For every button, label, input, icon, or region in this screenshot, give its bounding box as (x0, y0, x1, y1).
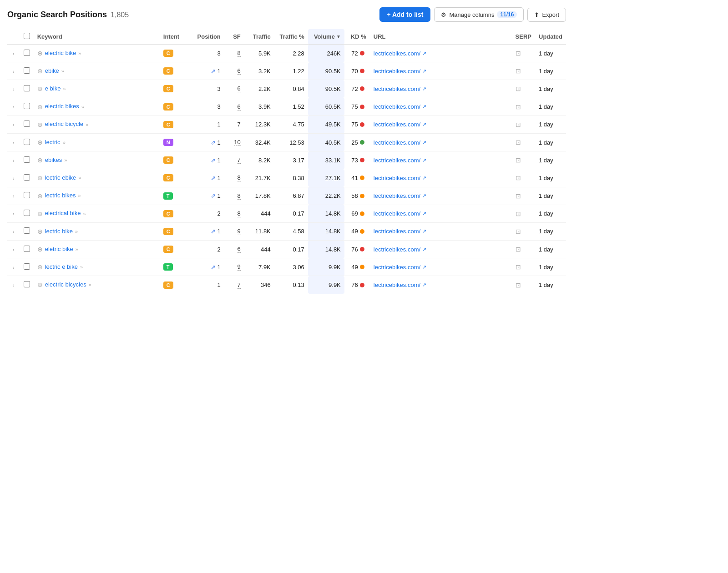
checkbox-cell[interactable] (20, 116, 34, 133)
keyword-cell[interactable]: ⊕ eletric bike » (34, 241, 160, 258)
keyword-cell[interactable]: ⊕ electric bicycle » (34, 116, 160, 133)
serp-cell[interactable]: ⊡ (512, 45, 535, 62)
external-link-icon[interactable]: ↗ (422, 50, 426, 56)
expand-icon[interactable]: › (11, 264, 16, 271)
expand-cell[interactable]: › (7, 258, 20, 276)
expand-icon[interactable]: › (11, 50, 16, 57)
add-keyword-icon[interactable]: ⊕ (37, 67, 43, 75)
url-cell[interactable]: lectricebikes.com/ ↗ (370, 276, 512, 294)
expand-icon[interactable]: › (11, 228, 16, 235)
external-link-icon[interactable]: ↗ (422, 193, 426, 199)
checkbox-cell[interactable] (20, 98, 34, 116)
serp-cell[interactable]: ⊡ (512, 133, 535, 151)
keyword-cell[interactable]: ⊕ e bike » (34, 80, 160, 98)
add-keyword-icon[interactable]: ⊕ (37, 210, 43, 218)
row-checkbox[interactable] (24, 174, 30, 181)
url-cell[interactable]: lectricebikes.com/ ↗ (370, 45, 512, 62)
keyword-col-header[interactable]: Keyword (34, 29, 160, 45)
serp-icon[interactable]: ⊡ (516, 103, 521, 111)
url-cell[interactable]: lectricebikes.com/ ↗ (370, 222, 512, 240)
add-keyword-icon[interactable]: ⊕ (37, 156, 43, 164)
keyword-cell[interactable]: ⊕ lectric bikes » (34, 187, 160, 205)
url-cell[interactable]: lectricebikes.com/ ↗ (370, 133, 512, 151)
row-checkbox[interactable] (24, 263, 30, 270)
external-link-icon[interactable]: ↗ (422, 211, 426, 216)
external-link-icon[interactable]: ↗ (422, 157, 426, 163)
serp-cell[interactable]: ⊡ (512, 222, 535, 240)
keyword-cell[interactable]: ⊕ electric bike » (34, 45, 160, 62)
url-cell[interactable]: lectricebikes.com/ ↗ (370, 151, 512, 169)
row-checkbox[interactable] (24, 85, 30, 91)
serp-icon[interactable]: ⊡ (516, 192, 521, 200)
checkbox-cell[interactable] (20, 258, 34, 276)
expand-cell[interactable]: › (7, 187, 20, 205)
serp-icon[interactable]: ⊡ (516, 156, 521, 164)
intent-col-header[interactable]: Intent (160, 29, 192, 45)
serp-cell[interactable]: ⊡ (512, 205, 535, 222)
url-cell[interactable]: lectricebikes.com/ ↗ (370, 258, 512, 276)
volume-col-header[interactable]: Volume ▼ (308, 29, 344, 45)
serp-cell[interactable]: ⊡ (512, 276, 535, 294)
expand-icon[interactable]: › (11, 210, 16, 217)
position-col-header[interactable]: Position (192, 29, 224, 45)
serp-icon[interactable]: ⊡ (516, 121, 521, 128)
url-cell[interactable]: lectricebikes.com/ ↗ (370, 80, 512, 98)
expand-icon[interactable]: › (11, 85, 16, 93)
expand-cell[interactable]: › (7, 222, 20, 240)
expand-cell[interactable]: › (7, 62, 20, 80)
kd-col-header[interactable]: KD % (344, 29, 370, 45)
keyword-cell[interactable]: ⊕ ebike » (34, 62, 160, 80)
add-to-list-button[interactable]: + Add to list (379, 7, 430, 22)
expand-cell[interactable]: › (7, 205, 20, 222)
expand-cell[interactable]: › (7, 276, 20, 294)
expand-icon[interactable]: › (11, 175, 16, 182)
expand-icon[interactable]: › (11, 68, 16, 75)
add-keyword-icon[interactable]: ⊕ (37, 121, 43, 129)
serp-cell[interactable]: ⊡ (512, 62, 535, 80)
url-cell[interactable]: lectricebikes.com/ ↗ (370, 241, 512, 258)
serp-icon[interactable]: ⊡ (516, 67, 521, 75)
url-cell[interactable]: lectricebikes.com/ ↗ (370, 205, 512, 222)
keyword-cell[interactable]: ⊕ lectric e bike » (34, 258, 160, 276)
row-checkbox[interactable] (24, 210, 30, 216)
url-link[interactable]: lectricebikes.com/ (374, 139, 420, 146)
traffic-pct-col-header[interactable]: Traffic % (274, 29, 308, 45)
url-link[interactable]: lectricebikes.com/ (374, 228, 420, 235)
row-checkbox[interactable] (24, 103, 30, 109)
url-link[interactable]: lectricebikes.com/ (374, 264, 420, 271)
add-keyword-icon[interactable]: ⊕ (37, 281, 43, 289)
expand-icon[interactable]: › (11, 157, 16, 164)
url-link[interactable]: lectricebikes.com/ (374, 103, 420, 110)
serp-cell[interactable]: ⊡ (512, 116, 535, 133)
row-checkbox[interactable] (24, 227, 30, 234)
checkbox-cell[interactable] (20, 80, 34, 98)
serp-cell[interactable]: ⊡ (512, 258, 535, 276)
expand-cell[interactable]: › (7, 133, 20, 151)
checkbox-cell[interactable] (20, 62, 34, 80)
expand-icon[interactable]: › (11, 121, 16, 128)
url-link[interactable]: lectricebikes.com/ (374, 192, 420, 199)
url-link[interactable]: lectricebikes.com/ (374, 85, 420, 92)
row-checkbox[interactable] (24, 156, 30, 163)
url-cell[interactable]: lectricebikes.com/ ↗ (370, 116, 512, 133)
row-checkbox[interactable] (24, 67, 30, 74)
add-keyword-icon[interactable]: ⊕ (37, 174, 43, 182)
serp-cell[interactable]: ⊡ (512, 80, 535, 98)
external-link-icon[interactable]: ↗ (422, 140, 426, 146)
serp-icon[interactable]: ⊡ (516, 139, 521, 146)
serp-cell[interactable]: ⊡ (512, 169, 535, 187)
expand-icon[interactable]: › (11, 281, 16, 289)
keyword-cell[interactable]: ⊕ lectric ebike » (34, 169, 160, 187)
serp-icon[interactable]: ⊡ (516, 50, 521, 57)
expand-icon[interactable]: › (11, 139, 16, 146)
url-cell[interactable]: lectricebikes.com/ ↗ (370, 187, 512, 205)
serp-icon[interactable]: ⊡ (516, 281, 521, 289)
manage-columns-button[interactable]: ⚙ Manage columns 11/16 (434, 7, 524, 22)
checkbox-cell[interactable] (20, 276, 34, 294)
checkbox-cell[interactable] (20, 151, 34, 169)
url-link[interactable]: lectricebikes.com/ (374, 121, 420, 128)
url-link[interactable]: lectricebikes.com/ (374, 68, 420, 75)
external-link-icon[interactable]: ↗ (422, 121, 426, 127)
add-keyword-icon[interactable]: ⊕ (37, 192, 43, 200)
add-keyword-icon[interactable]: ⊕ (37, 263, 43, 271)
